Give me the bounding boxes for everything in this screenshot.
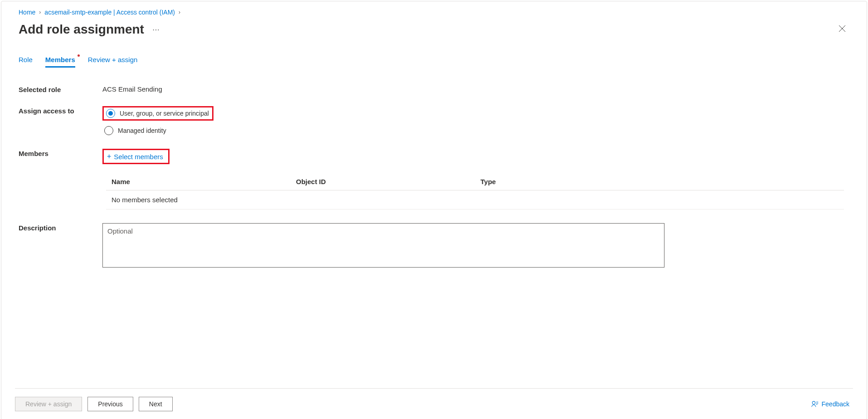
highlight-user-group-radio: User, group, or service principal [102,106,213,121]
radio-managed-identity[interactable]: Managed identity [102,125,213,136]
radio-user-group-label: User, group, or service principal [120,110,209,117]
feedback-icon [811,400,819,408]
tab-members-label: Members [45,56,75,63]
svg-point-2 [812,401,815,404]
plus-icon: + [107,152,111,161]
radio-selected-icon [106,109,115,118]
column-header-object-id[interactable]: Object ID [291,173,475,190]
members-table: Name Object ID Type No members selected [106,173,844,210]
tab-review-assign[interactable]: Review + assign [88,56,138,68]
breadcrumb: Home › acsemail-smtp-example | Access co… [15,6,853,21]
chevron-right-icon: › [39,9,41,15]
members-label: Members [19,149,102,157]
table-row: No members selected [106,190,844,210]
radio-user-group[interactable]: User, group, or service principal [104,108,212,119]
select-members-label: Select members [114,153,163,161]
tab-role[interactable]: Role [19,56,33,68]
selected-role-label: Selected role [19,85,102,93]
select-members-link[interactable]: + Select members [104,151,168,162]
tab-members[interactable]: Members [45,56,75,68]
column-header-type[interactable]: Type [475,173,844,190]
breadcrumb-resource[interactable]: acsemail-smtp-example | Access control (… [44,9,175,16]
highlight-select-members: + Select members [102,149,170,164]
page-title: Add role assignment [19,22,144,37]
previous-button[interactable]: Previous [87,397,133,411]
feedback-label: Feedback [822,400,849,408]
selected-role-value: ACS Email Sending [102,85,162,93]
radio-managed-identity-label: Managed identity [118,127,166,134]
tab-indicator-dot [78,54,80,57]
more-actions-icon[interactable]: ⋯ [152,25,160,34]
close-icon [839,25,846,32]
description-label: Description [19,223,102,232]
column-header-name[interactable]: Name [106,173,291,190]
radio-unselected-icon [104,126,113,135]
review-assign-button[interactable]: Review + assign [15,397,82,411]
chevron-right-icon: › [179,9,180,15]
feedback-link[interactable]: Feedback [811,400,849,408]
breadcrumb-home[interactable]: Home [19,9,35,16]
assign-access-label: Assign access to [19,106,102,115]
close-button[interactable] [835,21,849,38]
tabs: Role Members Review + assign [15,56,853,68]
no-members-text: No members selected [106,190,844,210]
next-button[interactable]: Next [139,397,173,411]
description-textarea[interactable] [102,223,664,268]
